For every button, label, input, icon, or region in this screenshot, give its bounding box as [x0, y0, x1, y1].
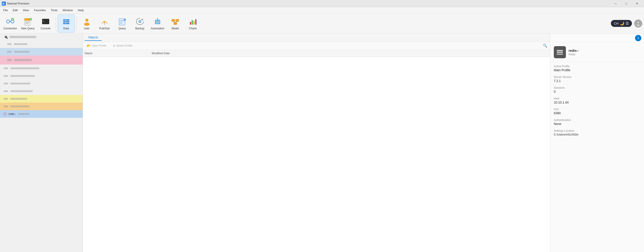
- minimize-button[interactable]: ─: [610, 0, 621, 7]
- model-icon: [171, 17, 180, 26]
- backup-icon: [136, 17, 144, 26]
- menu-help[interactable]: Help: [76, 8, 86, 13]
- search-button[interactable]: 🔍: [542, 43, 548, 49]
- model-label: Model: [172, 27, 179, 30]
- svg-point-25: [104, 21, 105, 23]
- toolbar-sep-1: [56, 17, 56, 30]
- svg-rect-49: [194, 21, 195, 25]
- connection-icon: [6, 17, 15, 26]
- sidebar-icon-4: [7, 59, 12, 61]
- main-area: 🔌: [0, 34, 644, 252]
- sidebar-item-7[interactable]: [0, 80, 82, 87]
- toolbar-console-button[interactable]: >_ Console: [37, 15, 54, 33]
- menu-favorites[interactable]: Favorites: [32, 8, 48, 13]
- backup-label: Backup: [135, 27, 144, 30]
- sidebar-item-1[interactable]: 🔌: [0, 34, 82, 40]
- content-tabs: Objects: [83, 34, 550, 42]
- sidebar-icon-7: [4, 83, 8, 84]
- toolbar-new-query-button[interactable]: New Query: [20, 15, 36, 33]
- menu-tools[interactable]: Tools: [48, 8, 60, 13]
- toolbar-automation-button[interactable]: Automation: [149, 15, 166, 33]
- server-version-value: 7.2.1: [554, 79, 640, 83]
- sidebar-item-5[interactable]: [0, 65, 82, 72]
- svg-text:N: N: [2, 2, 4, 5]
- authentication-row: Authentication None: [554, 119, 640, 126]
- data-label: Data: [63, 27, 69, 30]
- server-version-label: Server Version: [554, 76, 640, 79]
- toolbar-connection-button[interactable]: Connection: [2, 15, 18, 33]
- col-name-header: Name: [84, 52, 152, 55]
- svg-point-37: [156, 21, 157, 22]
- sidebar-text-4: [14, 59, 32, 61]
- open-profile-button[interactable]: 📂 Open Profile: [84, 43, 109, 48]
- menu-window[interactable]: Window: [60, 8, 75, 13]
- data-icon: [62, 17, 71, 26]
- port-row: Port 6380: [554, 108, 640, 115]
- connection-label: Connection: [3, 27, 17, 30]
- sidebar-icon-10: [4, 106, 8, 107]
- toolbar-sep-2: [76, 17, 76, 30]
- svg-point-51: [637, 22, 639, 24]
- sidebar-icon-1: 🔌: [4, 35, 8, 39]
- svg-rect-20: [63, 23, 70, 24]
- menu-view[interactable]: View: [20, 8, 31, 13]
- charts-icon: [188, 17, 198, 26]
- sidebar-redis-suffix: [18, 113, 29, 115]
- svg-rect-42: [172, 19, 175, 22]
- host-label: Host: [554, 97, 640, 100]
- sidebar-item-4[interactable]: [0, 56, 82, 65]
- pubsub-icon: [100, 17, 109, 26]
- sidebar-item-redis[interactable]: ⬡ redis-:: [0, 110, 82, 118]
- query-label: Query: [118, 27, 126, 30]
- sidebar: 🔌: [0, 34, 83, 252]
- svg-rect-44: [174, 23, 177, 25]
- toolbar-model-button[interactable]: Model: [167, 15, 184, 33]
- tab-objects[interactable]: Objects: [84, 34, 102, 41]
- title-bar-controls[interactable]: ─ □ ✕: [610, 0, 642, 7]
- toolbar-data-button[interactable]: Data: [58, 15, 74, 33]
- toolbar-backup-button[interactable]: Backup: [132, 15, 148, 33]
- server-version-row: Server Version 7.2.1: [554, 76, 640, 83]
- connection-name-block: redis-: Redis: [568, 49, 579, 56]
- svg-rect-34: [155, 20, 160, 24]
- sidebar-item-8[interactable]: [0, 87, 82, 95]
- col-modified-header: Modified Date: [152, 52, 548, 55]
- close-button[interactable]: ✕: [632, 0, 642, 7]
- automation-label: Automation: [151, 27, 164, 30]
- host-row: Host 10.10.1.44: [554, 97, 640, 104]
- toolbar-pubsub-button[interactable]: Pub/Sub: [96, 15, 113, 33]
- toolbar-charts-button[interactable]: Charts: [184, 15, 201, 33]
- table-header: Name Modified Date: [83, 50, 550, 57]
- search-area: 🔍: [542, 43, 548, 49]
- sidebar-icon-6: [4, 75, 8, 77]
- avatar: [634, 20, 642, 28]
- menu-file[interactable]: File: [1, 8, 10, 13]
- maximize-button[interactable]: □: [621, 0, 632, 7]
- sidebar-item-2[interactable]: [0, 40, 82, 48]
- new-query-label: New Query: [21, 27, 34, 30]
- sidebar-icon-8: [4, 90, 8, 92]
- title-bar-left: N Navicat Premium: [2, 2, 29, 6]
- sidebar-text-7: [10, 83, 30, 84]
- sidebar-text-1: [10, 36, 36, 38]
- redis-icon: ⬡: [4, 112, 7, 116]
- host-value: 10.10.1.44: [554, 101, 640, 104]
- svg-rect-47: [190, 22, 191, 25]
- content-area: Objects 📂 Open Profile ⊖ Delete Profile …: [83, 34, 550, 252]
- toolbar-user-button[interactable]: User: [78, 15, 95, 33]
- connection-info-row: redis-: Redis: [550, 43, 644, 62]
- connection-name: redis-:: [568, 49, 579, 52]
- sidebar-text-2: [14, 43, 27, 45]
- info-panel-header: i: [550, 34, 644, 43]
- toolbar-query-button[interactable]: Query: [114, 15, 130, 33]
- active-profile-value: Main Profile: [554, 68, 640, 72]
- svg-rect-50: [195, 19, 196, 25]
- sidebar-item-6[interactable]: [0, 72, 82, 80]
- sidebar-item-9[interactable]: [0, 95, 82, 103]
- sidebar-text-6: [10, 75, 35, 77]
- sidebar-item-10[interactable]: [0, 103, 82, 110]
- profile-ch-button[interactable]: CH 🌙 ☰: [611, 20, 632, 27]
- menu-edit[interactable]: Edit: [10, 8, 20, 13]
- sidebar-item-3[interactable]: [0, 48, 82, 56]
- delete-profile-button[interactable]: ⊖ Delete Profile: [110, 43, 135, 48]
